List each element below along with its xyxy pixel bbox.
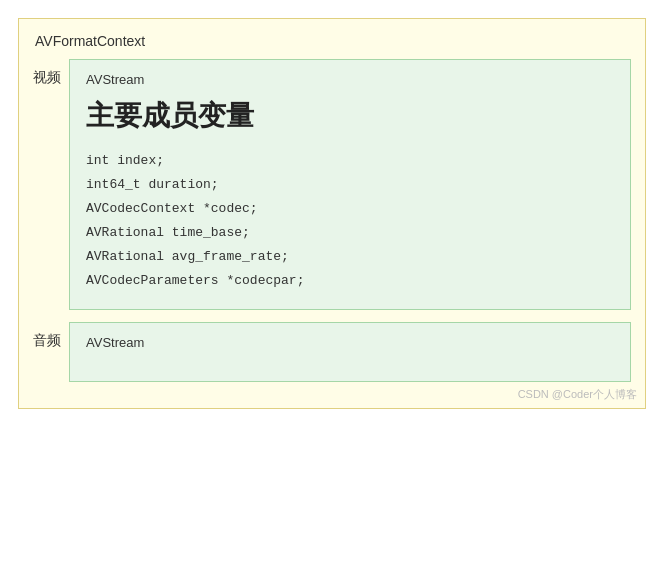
audio-label: 音频 (33, 322, 69, 350)
video-row: 视频 AVStream 主要成员变量 int index; int64_t du… (33, 59, 631, 310)
code-line: AVRational avg_frame_rate; (86, 245, 614, 269)
video-label: 视频 (33, 59, 69, 87)
outer-container: AVFormatContext 视频 AVStream 主要成员变量 int i… (18, 18, 646, 409)
audio-avstream-title: AVStream (86, 335, 614, 350)
section-heading: 主要成员变量 (86, 97, 614, 135)
code-line: AVRational time_base; (86, 221, 614, 245)
audio-row: 音频 AVStream (33, 322, 631, 382)
code-lines: int index; int64_t duration; AVCodecCont… (86, 149, 614, 293)
code-line: AVCodecParameters *codecpar; (86, 269, 614, 293)
code-line: int index; (86, 149, 614, 173)
code-line: AVCodecContext *codec; (86, 197, 614, 221)
video-inner-box: AVStream 主要成员变量 int index; int64_t durat… (69, 59, 631, 310)
outer-title: AVFormatContext (33, 33, 631, 49)
watermark: CSDN @Coder个人博客 (518, 387, 637, 402)
audio-inner-box: AVStream (69, 322, 631, 382)
code-line: int64_t duration; (86, 173, 614, 197)
video-avstream-title: AVStream (86, 72, 614, 87)
